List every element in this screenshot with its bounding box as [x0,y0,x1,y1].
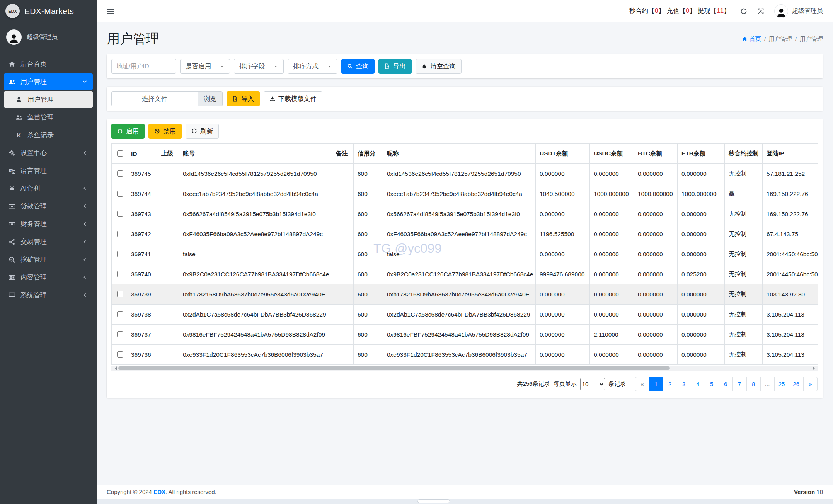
page-button-»[interactable]: » [803,377,818,391]
brand[interactable]: EDX EDX-Markets [0,0,97,22]
cell-nickname: 0xF46035F66ba09A3c52Aee8e972bf148897dA24… [383,224,536,244]
sidebar-item-系统管理[interactable]: 系统管理 [4,287,93,303]
sidebar-user-panel[interactable]: 超级管理员 [0,22,97,52]
robot-icon [7,185,17,192]
page-button-7[interactable]: 7 [732,377,747,391]
refresh-button[interactable]: 刷新 [186,124,219,139]
col-header-备注: 备注 [332,144,354,164]
clear-query-button[interactable]: 清空查询 [416,59,462,74]
avatar [774,4,788,18]
cell-control: 赢 [725,184,763,204]
download-template-button[interactable]: 下载模版文件 [264,91,322,106]
page-button-4[interactable]: 4 [691,377,705,391]
row-checkbox-cell [112,184,127,204]
row-checkbox[interactable] [117,291,123,297]
sidebar-item-贷款管理[interactable]: 贷款管理 [4,198,93,215]
cell-note [332,204,354,224]
col-header-信用分: 信用分 [354,144,383,164]
row-checkbox[interactable] [117,170,123,177]
row-checkbox[interactable] [117,311,123,317]
sidebar-item-鱼苗管理[interactable]: 鱼苗管理 [4,109,93,126]
svg-text:A: A [10,169,12,172]
desktop-icon [7,292,17,299]
row-checkbox[interactable] [117,271,123,277]
import-button[interactable]: 导入 [227,91,260,106]
stat-充值: 充值【0】 [667,7,698,14]
sidebar-item-杀鱼记录[interactable]: K杀鱼记录 [4,127,93,143]
page-button-25[interactable]: 25 [774,377,789,391]
disable-button[interactable]: 禁用 [148,124,182,139]
sidebar-item-label: 贷款管理 [20,202,80,211]
breadcrumb-home-link[interactable]: 首页 [742,36,761,43]
sidebar-item-交易管理[interactable]: 交易管理 [4,233,93,250]
sidebar-item-用户管理[interactable]: 用户管理 [4,91,93,108]
enable-filter-select[interactable]: 是否启用 [180,59,230,74]
page-button-8[interactable]: 8 [746,377,761,391]
file-choose-label[interactable]: 选择文件 [112,92,198,106]
col-header-BTC余额: BTC余额 [634,144,678,164]
row-checkbox[interactable] [117,351,123,358]
fullscreen-icon[interactable] [757,8,764,15]
row-checkbox[interactable] [117,251,123,257]
row-checkbox[interactable] [117,231,123,237]
sort-order-select[interactable]: 排序方式 [288,59,337,74]
search-input[interactable] [111,59,176,74]
page-button-5[interactable]: 5 [705,377,719,391]
refresh-icon[interactable] [740,8,747,15]
cell-btc: 1000.000000 [634,184,678,204]
page-button-3[interactable]: 3 [677,377,691,391]
row-checkbox[interactable] [117,331,123,337]
cell-parent [157,284,179,305]
chevron-down-icon [80,79,90,84]
sidebar-item-后台首页[interactable]: 后台首页 [4,56,93,72]
page-button-1[interactable]: 1 [649,377,663,391]
chevron-left-icon [80,150,90,155]
cell-account: false [179,244,332,264]
export-button[interactable]: 导出 [378,59,412,74]
cell-ip: 67.4.143.75 [763,224,819,244]
page-button-26[interactable]: 26 [789,377,804,391]
sidebar-item-语言管理[interactable]: Az语言管理 [4,162,93,179]
page-button-...[interactable]: ... [760,377,775,391]
file-import-icon [232,96,238,102]
scroll-right-arrow[interactable] [813,366,817,370]
scroll-left-arrow[interactable] [113,366,117,370]
cell-usdt: 0.000000 [536,204,590,224]
browse-button[interactable]: 浏览 [198,92,222,106]
cell-usdc: 1000.000000 [590,184,634,204]
enable-button[interactable]: 启用 [111,124,145,139]
sort-field-select[interactable]: 排序字段 [234,59,284,74]
page-button-«[interactable]: « [635,377,649,391]
sidebar: EDX EDX-Markets 超级管理员 后台首页用户管理用户管理鱼苗管理K杀… [0,0,97,504]
query-button[interactable]: 查询 [341,59,375,74]
sidebar-item-设置中心[interactable]: 设置中心 [4,145,93,161]
page-button-2[interactable]: 2 [663,377,677,391]
redo-icon [191,128,197,134]
sidebar-item-用户管理[interactable]: 用户管理 [4,73,93,90]
chevron-left-icon [80,293,90,298]
row-checkbox[interactable] [117,211,123,217]
sidebar-item-财务管理[interactable]: 财务管理 [4,216,93,232]
sidebar-item-内容管理[interactable]: 内容管理 [4,269,93,286]
cell-nickname: 0x2dAb1C7a58c58de7c64bFDbA7BB3bf426D8682… [383,305,536,325]
cell-account: 0xF46035F66ba09A3c52Aee8e972bf148897dA24… [179,224,332,244]
sidebar-user-name: 超级管理员 [27,33,58,41]
import-card: 选择文件 浏览 导入 下载模版文件 [107,87,823,111]
cell-nickname: 0x9B2C0a231CC126CA77b981BA334197DfCb668c… [383,264,536,284]
scrollbar-thumb[interactable] [118,366,670,370]
row-checkbox[interactable] [117,191,123,197]
breadcrumb-item: 用户管理 [769,36,792,43]
sidebar-item-挖矿管理[interactable]: 挖矿管理 [4,251,93,268]
menu-toggle-button[interactable] [107,7,114,15]
per-page-select[interactable]: 10 [580,378,605,390]
sidebar-item-AI套利[interactable]: AI套利 [4,180,93,197]
cell-credit: 600 [354,305,383,325]
page-scrollbar-thumb[interactable] [417,499,450,503]
select-all-checkbox[interactable] [117,150,123,157]
cell-note [332,244,354,264]
version: Version 10 [794,489,823,495]
money-icon [7,221,17,228]
page-button-6[interactable]: 6 [719,377,733,391]
cell-usdc: 2.110000 [590,325,634,345]
user-menu[interactable]: 超级管理员 [774,4,823,18]
